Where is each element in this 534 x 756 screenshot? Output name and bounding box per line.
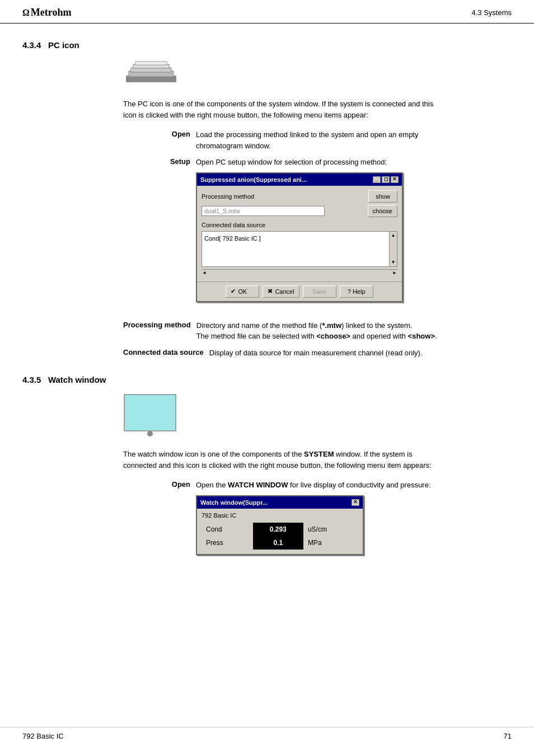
intro-bold-system: SYSTEM [304,450,334,458]
processing-method-label: Processing method [202,192,254,201]
connected-source-label: Connected data source [202,220,397,230]
def-desc-connected: Display of data source for main measurem… [209,348,423,359]
show-button[interactable]: show [368,190,397,203]
section-434-menu-items: Open Load the processing method linked t… [123,129,512,311]
section-435-intro: The watch window icon is one of the comp… [123,449,448,471]
section-435-open-def: Open Open the WATCH WINDOW for live disp… [123,480,512,555]
minimize-icon[interactable]: _ [373,176,381,183]
save-button[interactable]: Save [303,285,336,298]
dialog-footer: ✔ OK ✖ Cancel Save ? Help [197,281,402,301]
watch-title-text: Watch window(Suppr... [200,498,268,508]
pc-icon-image [123,59,512,90]
watch-table: Cond 0.293 uS/cm Press 0.1 MPa [202,523,358,550]
section-435: 4.3.5 Watch window The watch window icon… [22,375,512,555]
dialog-title-text: Suppressed anion(Suppressed ani... [200,175,307,185]
section-435-heading: 4.3.5 Watch window [22,375,512,384]
page-header: ΩMetrohm 4.3 Systems [0,0,534,24]
def-open: Open Open the WATCH WINDOW for live disp… [123,480,512,555]
def-term-open: Open [123,480,196,489]
cancel-x-icon: ✖ [268,288,273,295]
def-connected-source: Connected data source Display of data so… [123,348,512,359]
logo-text: Metrohm [31,7,72,18]
method-value-row: choose [202,205,397,217]
kw-choose: <choose> [316,332,350,340]
menu-term-open: Open [123,129,196,138]
svg-rect-4 [135,62,167,65]
ok-checkmark: ✔ [231,288,236,295]
kw-show: <show> [408,332,435,340]
def-term-processing: Processing method [123,320,196,329]
menu-item-setup: Setup Open PC setup window for selection… [123,157,512,311]
def-processing-method: Processing method Directory and name of … [123,320,512,342]
watch-body: 792 Basic IC Cond 0.293 uS/cm Press 0.1 [197,509,363,554]
footer-left: 792 Basic IC [22,732,64,740]
scroll-left-arrow[interactable]: ◄ [202,270,207,276]
menu-desc-setup: Open PC setup window for selection of pr… [196,157,403,311]
def-desc-processing: Directory and name of the method file (*… [196,320,437,342]
section-434-intro: The PC icon is one of the components of … [123,98,448,120]
watch-row-press: Press 0.1 MPa [202,536,358,550]
def-desc-open: Open the WATCH WINDOW for live display o… [196,480,431,555]
main-content: 4.3.4 PC icon The PC icon is one of the … [0,24,534,598]
header-section-label: 4.3 Systems [471,8,512,17]
svg-rect-5 [124,395,176,431]
close-icon[interactable]: ✕ [391,176,399,183]
menu-term-setup: Setup [123,157,196,166]
def-term-connected: Connected data source [123,348,209,356]
watch-value-cond: 0.293 [253,523,303,536]
scroll-up-arrow[interactable]: ▲ [391,232,396,239]
watch-dialog: Watch window(Suppr... ✕ 792 Basic IC Con… [196,495,364,555]
watch-value-press: 0.1 [253,536,303,550]
pc-setup-dialog: Suppressed anion(Suppressed ani... _ ◻ ✕… [196,172,403,302]
restore-icon[interactable]: ◻ [382,176,390,183]
watch-icon-svg [123,393,179,438]
page-footer: 792 Basic IC 71 [0,727,534,745]
method-input[interactable] [202,206,325,216]
menu-item-open: Open Load the processing method linked t… [123,129,512,151]
watch-icon-image [123,393,512,440]
logo: ΩMetrohm [22,7,71,18]
section-434-defs: Processing method Directory and name of … [123,320,512,359]
choose-button[interactable]: choose [368,205,397,217]
kw-watch-window: WATCH WINDOW [228,481,288,489]
footer-right: 71 [504,732,512,740]
logo-omega: Ω [22,8,30,17]
watch-label-cond: Cond [202,523,253,536]
watch-group-label: 792 Basic IC [202,511,358,520]
section-434-heading: 4.3.4 PC icon [22,40,512,50]
dialog-titlebar: Suppressed anion(Suppressed ani... _ ◻ ✕ [197,173,402,186]
dialog-body: Processing method show choose Connected … [197,186,402,281]
scroll-right-arrow[interactable]: ► [392,270,397,276]
menu-desc-open: Load the processing method linked to the… [196,129,448,151]
watch-close-icon[interactable]: ✕ [352,499,359,506]
help-question-icon: ? [348,288,351,295]
ok-button[interactable]: ✔ OK [226,285,259,298]
watch-titlebar: Watch window(Suppr... ✕ [197,496,363,509]
help-button[interactable]: ? Help [340,285,373,298]
scroll-down-arrow[interactable]: ▼ [391,259,396,266]
horizontal-scrollbar[interactable]: ◄ ► [202,269,397,277]
watch-unit-press: MPa [303,536,358,550]
connected-source-value: Cond[ 792 Basic IC ] [202,232,397,246]
processing-method-row: Processing method show [202,190,397,203]
pc-icon-svg [123,59,179,90]
dialog-titlebar-icons: _ ◻ ✕ [373,176,399,183]
watch-row-cond: Cond 0.293 uS/cm [202,523,358,536]
kw-mtw: *.mtw [322,321,341,330]
cancel-button[interactable]: ✖ Cancel [263,285,299,298]
svg-point-6 [147,431,153,436]
watch-label-press: Press [202,536,253,550]
vertical-scrollbar[interactable]: ▲ ▼ [389,232,397,266]
watch-unit-cond: uS/cm [303,523,358,536]
